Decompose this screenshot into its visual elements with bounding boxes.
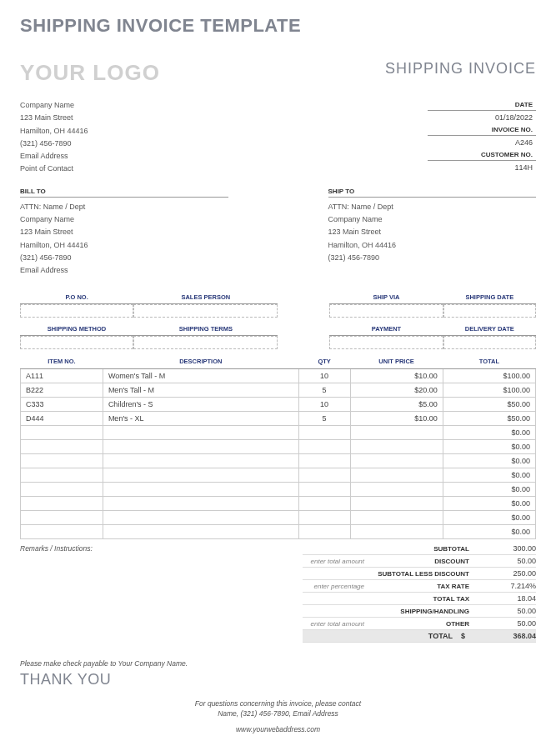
item-price-cell[interactable] [350,425,443,439]
bill-street: 123 Main Street [20,226,228,238]
item-desc-cell[interactable] [103,496,298,510]
item-desc-cell[interactable] [103,510,298,524]
terms-cell[interactable] [133,336,278,349]
item-no-cell[interactable]: B222 [21,383,103,397]
item-qty-cell[interactable] [298,524,350,538]
item-price-cell[interactable] [350,524,443,538]
item-no-cell[interactable]: A111 [21,368,103,383]
item-desc-cell[interactable] [103,524,298,538]
item-no-cell[interactable]: D444 [21,411,103,425]
table-row: $0.00 [21,439,536,453]
item-desc-cell[interactable]: Children's - S [103,397,298,411]
item-no-cell[interactable] [21,468,103,482]
item-price-cell[interactable] [350,482,443,496]
item-qty-cell[interactable] [298,496,350,510]
method-header: SHIPPING METHOD [20,323,133,336]
terms-header: SHIPPING TERMS [133,323,278,336]
item-price-cell[interactable]: $10.00 [350,368,443,383]
payable-note: Please make check payable to Your Compan… [20,659,536,668]
item-total-cell: $0.00 [443,425,535,439]
shiphand-label: SHIPPING/HANDLING [369,608,478,615]
footer-line1: For questions concerning this invoice, p… [20,698,536,709]
item-qty-cell[interactable]: 5 [298,411,350,425]
item-no-cell[interactable] [21,482,103,496]
discount-hint: enter total amount [303,558,364,565]
method-cell[interactable] [20,336,133,349]
item-no-cell[interactable] [21,496,103,510]
item-no-cell[interactable]: C333 [21,397,103,411]
taxrate-label: TAX RATE [369,583,478,590]
totals-block: SUBTOTAL300.00 enter total amountDISCOUN… [303,543,536,643]
item-qty-cell[interactable] [298,425,350,439]
item-no-cell[interactable] [21,425,103,439]
grandtotal-value: 368.04 [478,632,536,640]
company-street: 123 Main Street [20,112,88,124]
company-contact: Point of Contact [20,163,88,175]
bill-to-title: BILL TO [20,188,228,198]
item-qty-cell[interactable] [298,439,350,453]
item-no-cell[interactable] [21,524,103,538]
shipping-details-row1: P.O NO. SALES PERSON SHIP VIA SHIPPING D… [20,291,536,318]
date-label: DATE [428,99,536,111]
payment-cell[interactable] [329,336,443,349]
bill-attn: ATTN: Name / Dept [20,201,228,213]
item-desc-cell[interactable]: Men's - XL [103,411,298,425]
item-desc-cell[interactable] [103,425,298,439]
item-price-cell[interactable]: $5.00 [350,397,443,411]
item-no-cell[interactable] [21,453,103,468]
item-total-cell: $0.00 [443,468,535,482]
item-qty-cell[interactable] [298,453,350,468]
item-qty-cell[interactable] [298,468,350,482]
ship-to-block: SHIP TO ATTN: Name / Dept Company Name 1… [328,188,537,278]
table-row: $0.00 [21,468,536,482]
subless-value: 250.00 [478,569,536,578]
shipdate-cell[interactable] [443,304,536,318]
sales-cell[interactable] [133,304,278,318]
item-qty-cell[interactable]: 10 [298,368,350,383]
ship-attn: ATTN: Name / Dept [328,201,537,213]
company-phone: (321) 456-7890 [20,138,88,150]
item-price-cell[interactable] [350,468,443,482]
item-price-cell[interactable]: $10.00 [350,411,443,425]
item-desc-cell[interactable]: Women's Tall - M [103,368,298,383]
footer-web: www.yourwebaddress.com [20,724,536,735]
item-price-cell[interactable] [350,496,443,510]
taxrate-value: 7.214% [478,582,536,590]
item-total-cell: $100.00 [443,383,535,397]
ship-city: Hamilton, OH 44416 [328,239,537,252]
item-desc-cell[interactable]: Men's Tall - M [103,383,298,397]
table-row: $0.00 [21,510,536,524]
ship-company: Company Name [328,213,537,226]
item-qty-cell[interactable] [298,510,350,524]
footer: For questions concerning this invoice, p… [20,698,536,735]
item-price-cell[interactable] [350,439,443,453]
subtotal-label: SUBTOTAL [369,545,478,553]
po-header: P.O NO. [20,291,133,304]
payment-header: PAYMENT [329,323,443,336]
item-desc-cell[interactable] [103,453,298,468]
items-table: ITEM NO. DESCRIPTION QTY UNIT PRICE TOTA… [20,354,536,539]
grandtotal-label: TOTAL [353,632,461,640]
shipvia-cell[interactable] [329,304,443,318]
item-desc-cell[interactable] [103,468,298,482]
item-total-cell: $50.00 [443,411,535,425]
item-total-cell: $0.00 [443,524,535,538]
item-qty-cell[interactable]: 5 [298,383,350,397]
item-price-cell[interactable] [350,453,443,468]
item-no-cell[interactable] [21,510,103,524]
item-desc-cell[interactable] [103,482,298,496]
subless-label: SUBTOTAL LESS DISCOUNT [369,570,478,578]
table-row: $0.00 [21,482,536,496]
item-desc-cell[interactable] [103,439,298,453]
item-price-cell[interactable] [350,510,443,524]
item-price-cell[interactable]: $20.00 [350,383,443,397]
price-header: UNIT PRICE [350,354,443,369]
item-no-cell[interactable] [21,439,103,453]
invoice-no-value: A246 [428,136,536,149]
discount-value: 50.00 [478,557,536,565]
po-cell[interactable] [20,304,133,318]
item-qty-cell[interactable]: 10 [298,397,350,411]
delivery-cell[interactable] [443,336,536,349]
item-qty-cell[interactable] [298,482,350,496]
table-row: B222Men's Tall - M5$20.00$100.00 [21,383,536,397]
